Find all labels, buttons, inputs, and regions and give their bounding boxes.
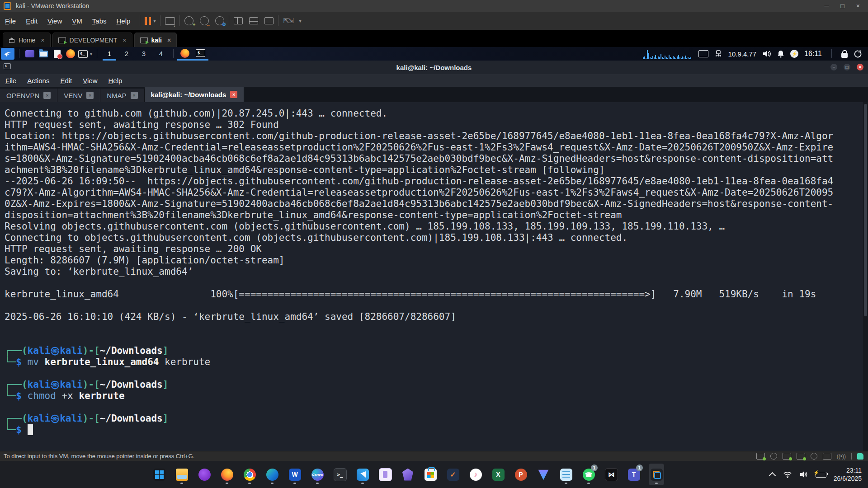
display-settings-icon[interactable] (698, 50, 708, 57)
taskbar-app-capcut[interactable]: ⋈ (604, 464, 619, 485)
panel-clock[interactable]: 16:11 (804, 50, 822, 58)
tray-overflow-chevron-icon[interactable] (769, 472, 776, 479)
taskbar-app-phone-link[interactable] (377, 464, 393, 485)
taskbar-app-vmware[interactable] (649, 464, 664, 485)
manage-snapshots-button[interactable]: ⚙ (215, 16, 224, 25)
revert-snapshot-button[interactable]: ← (200, 16, 209, 25)
term-menu-view[interactable]: View (83, 77, 97, 84)
wireless-icon[interactable]: ((•)) (837, 453, 846, 460)
hard-disk-icon[interactable] (756, 453, 765, 460)
term-menu-file[interactable]: File (5, 77, 16, 84)
term-menu-actions[interactable]: Actions (27, 77, 49, 84)
taskbar-app-to-do[interactable]: ✓ (445, 464, 461, 485)
taskbar-app-word[interactable]: W (287, 464, 302, 485)
taskbar-app-firefox[interactable] (219, 464, 235, 485)
close-icon[interactable]: × (41, 37, 44, 44)
taskbar-app-notepad[interactable] (558, 464, 574, 485)
term-tab-nmap[interactable]: NMAP × (100, 89, 144, 102)
close-icon[interactable]: × (86, 92, 94, 99)
tray-clock[interactable]: 23:11 26/6/2025 (834, 466, 862, 483)
network-adapter-icon[interactable] (783, 453, 791, 460)
term-tab-venv[interactable]: VENV × (57, 89, 100, 102)
close-icon[interactable]: × (43, 92, 51, 99)
suspend-vm-button[interactable]: ▾ (145, 17, 156, 25)
show-thumbnail-bar-button[interactable] (249, 17, 258, 24)
lock-screen-icon[interactable] (841, 53, 848, 58)
tab-home[interactable]: Home × (3, 33, 51, 47)
ip-address[interactable]: 10.9.4.77 (728, 50, 757, 58)
terminal-titlebar[interactable]: $ kali@kali: ~/Downloads – □ × (0, 61, 868, 74)
fullscreen-button[interactable] (264, 17, 274, 24)
taskbar-app-windows-terminal[interactable]: >_ (332, 464, 348, 485)
close-icon[interactable]: × (857, 64, 863, 70)
taskbar-app-ms-store[interactable] (423, 464, 438, 485)
taskbar-app-vscode[interactable] (355, 464, 370, 485)
menu-help[interactable]: Help (117, 17, 131, 25)
terminal-scrollbar[interactable] (863, 102, 868, 451)
taskbar-app-chrome[interactable] (242, 464, 257, 485)
taskbar-app-file-explorer[interactable] (174, 464, 189, 485)
taskbar-app-apple-music[interactable]: ♪ (468, 464, 483, 485)
power-manager-icon[interactable] (790, 50, 798, 58)
tasklist-firefox[interactable] (177, 47, 193, 61)
taskbar-app-opera-gx[interactable] (197, 464, 212, 485)
file-manager-launcher[interactable] (38, 48, 49, 60)
tasklist-terminal[interactable]: $_ (193, 47, 208, 61)
maximize-icon[interactable]: □ (840, 2, 844, 9)
volume-icon[interactable] (762, 50, 771, 58)
taskbar-app-excel[interactable]: X (491, 464, 506, 485)
minimize-icon[interactable]: – (830, 64, 837, 70)
taskbar-app-canva[interactable]: Canva (310, 464, 325, 485)
logout-icon[interactable] (854, 50, 862, 58)
taskbar-app-whatsapp[interactable]: ☎1 (581, 464, 596, 485)
cpu-graph[interactable] (643, 48, 693, 59)
wifi-icon[interactable] (783, 471, 792, 478)
scrollbar-thumb[interactable] (864, 104, 867, 316)
workspace-4[interactable]: 4 (154, 47, 168, 61)
terminal-launcher[interactable]: $_ ▾ (78, 48, 92, 60)
term-tab-downloads[interactable]: kali@kali: ~/Downloads × (145, 87, 245, 102)
taskbar-app-edge[interactable] (264, 464, 280, 485)
menu-vm[interactable]: VM (72, 17, 82, 25)
notifications-bell-icon[interactable] (777, 50, 784, 58)
firefox-launcher[interactable] (65, 48, 76, 60)
menu-edit[interactable]: Edit (26, 17, 38, 25)
menu-file[interactable]: File (5, 17, 16, 25)
chevron-down-icon[interactable]: ▾ (90, 52, 92, 56)
fit-guest-button[interactable]: ⇱⇲ (283, 17, 292, 25)
minimize-icon[interactable]: ─ (824, 2, 829, 9)
show-desktop-button[interactable] (24, 48, 36, 60)
sound-icon[interactable] (797, 453, 805, 460)
message-log-icon[interactable] (857, 453, 863, 460)
webcam-icon[interactable] (811, 453, 817, 460)
chevron-down-icon[interactable]: ▾ (299, 19, 302, 23)
take-snapshot-button[interactable]: + (184, 16, 193, 25)
show-library-button[interactable] (234, 17, 243, 24)
chevron-down-icon[interactable]: ▾ (153, 19, 156, 23)
volume-icon[interactable] (799, 471, 808, 478)
usb-icon[interactable] (823, 453, 831, 460)
maximize-icon[interactable]: □ (844, 64, 850, 70)
taskbar-app-proton-vpn[interactable] (536, 464, 551, 485)
cd-rom-icon[interactable] (770, 453, 777, 460)
close-icon[interactable]: × (123, 37, 126, 44)
workspace-2[interactable]: 2 (120, 47, 133, 61)
ctrl-alt-del-button[interactable] (165, 17, 175, 25)
text-editor-launcher[interactable] (51, 48, 63, 60)
tab-kali[interactable]: kali × (134, 33, 177, 47)
taskbar-app-powerpoint[interactable]: P (513, 464, 528, 485)
taskbar-app-teams[interactable]: T1 (626, 464, 642, 485)
close-icon[interactable]: × (230, 91, 237, 98)
battery-icon[interactable] (816, 472, 826, 478)
workspace-3[interactable]: 3 (137, 47, 151, 61)
menu-tabs[interactable]: Tabs (92, 17, 107, 25)
taskbar-app-obsidian[interactable] (400, 464, 415, 485)
taskbar-app-start[interactable] (151, 464, 167, 485)
close-icon[interactable]: × (131, 92, 138, 99)
menu-view[interactable]: View (47, 17, 62, 25)
term-menu-edit[interactable]: Edit (60, 77, 72, 84)
kali-menu-button[interactable] (1, 48, 14, 60)
close-icon[interactable]: × (167, 37, 171, 44)
close-icon[interactable]: × (856, 2, 860, 9)
tab-development[interactable]: DEVELOPMENT × (52, 33, 132, 47)
